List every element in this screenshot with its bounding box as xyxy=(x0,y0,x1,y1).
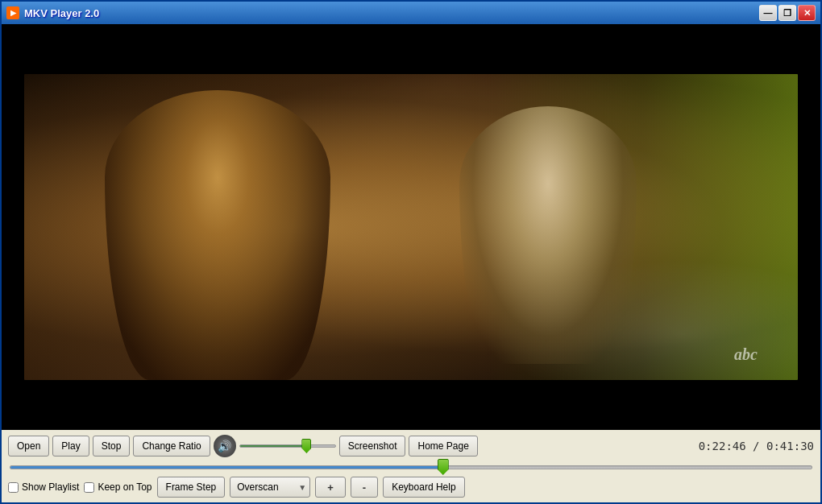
volume-track xyxy=(239,444,336,448)
main-window: ▶ MKV Player 2.0 — ❐ ✕ abc Open xyxy=(0,0,822,504)
play-button[interactable]: Play xyxy=(52,436,89,456)
keep-on-top-label[interactable]: Keep on Top xyxy=(84,481,152,493)
volume-thumb[interactable] xyxy=(301,439,311,453)
plus-button[interactable]: + xyxy=(315,477,346,498)
app-icon: ▶ xyxy=(6,6,19,19)
controls-row3: Show Playlist Keep on Top Frame Step Ove… xyxy=(8,477,814,498)
titlebar: ▶ MKV Player 2.0 — ❐ ✕ xyxy=(2,2,820,24)
frame-step-button[interactable]: Frame Step xyxy=(157,477,226,498)
show-playlist-checkbox[interactable] xyxy=(8,482,19,493)
time-current: 0:22:46 xyxy=(699,440,746,452)
controls-row1: Open Play Stop Change Ratio 🔊 Screenshot… xyxy=(8,435,814,457)
dropdown-arrow-icon: ▼ xyxy=(298,483,306,492)
volume-fill xyxy=(240,445,307,447)
keep-on-top-checkbox[interactable] xyxy=(84,482,94,493)
overscan-dropdown[interactable]: Overscan ▼ xyxy=(230,477,310,498)
seek-track xyxy=(10,465,812,469)
minus-button[interactable]: - xyxy=(351,477,378,498)
figure-right xyxy=(459,106,637,364)
show-playlist-label[interactable]: Show Playlist xyxy=(8,481,79,493)
volume-slider[interactable] xyxy=(239,444,336,448)
time-total: 0:41:30 xyxy=(766,440,814,452)
speaker-icon: 🔊 xyxy=(218,440,231,452)
maximize-button[interactable]: ❐ xyxy=(778,5,796,21)
keyboard-help-button[interactable]: Keyboard Help xyxy=(383,477,464,498)
minimize-icon: — xyxy=(764,8,773,18)
window-title: MKV Player 2.0 xyxy=(24,7,754,19)
seek-bar[interactable] xyxy=(8,461,814,473)
show-playlist-text: Show Playlist xyxy=(22,481,79,493)
close-button[interactable]: ✕ xyxy=(798,5,816,21)
figure-left xyxy=(105,90,330,380)
seek-fill xyxy=(10,466,443,469)
stop-button[interactable]: Stop xyxy=(93,436,131,456)
close-icon: ✕ xyxy=(803,8,811,19)
window-controls: — ❐ ✕ xyxy=(759,5,816,21)
change-ratio-button[interactable]: Change Ratio xyxy=(133,436,210,456)
home-page-button[interactable]: Home Page xyxy=(409,436,477,456)
keep-on-top-text: Keep on Top xyxy=(98,481,152,493)
overscan-label: Overscan xyxy=(237,481,278,493)
video-image: abc xyxy=(24,74,798,380)
minimize-button[interactable]: — xyxy=(759,5,777,21)
open-button[interactable]: Open xyxy=(8,436,49,456)
screenshot-button[interactable]: Screenshot xyxy=(339,436,406,456)
time-display: 0:22:46 / 0:41:30 xyxy=(699,440,814,452)
seek-thumb[interactable] xyxy=(438,459,449,475)
controls-area: Open Play Stop Change Ratio 🔊 Screenshot… xyxy=(2,430,820,502)
abc-watermark: abc xyxy=(734,345,758,364)
maximize-icon: ❐ xyxy=(783,8,791,19)
time-separator: / xyxy=(746,440,766,452)
video-frame: abc xyxy=(2,24,820,430)
seek-row xyxy=(8,461,814,473)
video-area[interactable]: abc xyxy=(2,24,820,430)
volume-icon[interactable]: 🔊 xyxy=(214,435,236,457)
